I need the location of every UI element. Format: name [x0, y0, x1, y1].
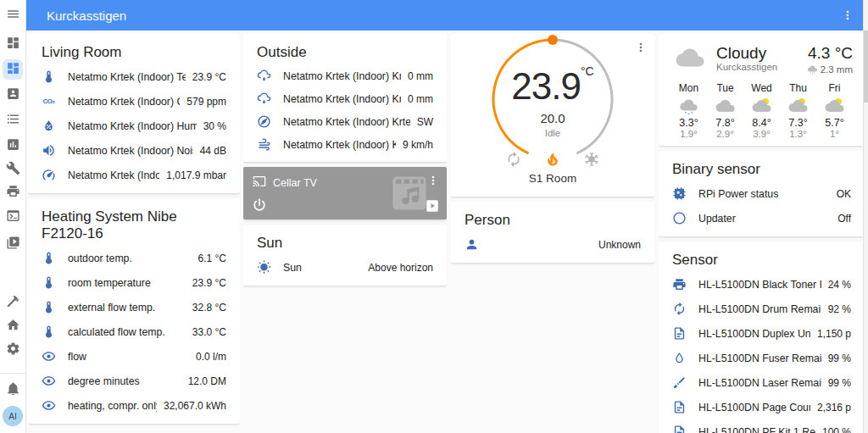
- entity-row[interactable]: Netatmo Krtek (Indoor) Krtek windmeter D…: [243, 110, 447, 133]
- weather-rainy-icon: [257, 92, 271, 106]
- entity-row[interactable]: Netatmo Krtek (Indoor) Krtek windmete...…: [243, 133, 447, 156]
- sun-card: Sun SunAbove horizon: [243, 225, 447, 286]
- overflow-menu-icon[interactable]: [841, 8, 854, 22]
- entity-row[interactable]: Netatmo Krtek (Indoor) Krtek rainmeter R…: [243, 87, 447, 110]
- entity-row[interactable]: flow0.0 l/m: [28, 344, 240, 369]
- thermometer-icon: [42, 275, 56, 290]
- entity-row[interactable]: Netatmo Krtek (Indoor) Krtek rainmeter R…: [243, 64, 447, 87]
- entity-row[interactable]: Netatmo Krtek (Indoor) Noise44 dB: [28, 138, 240, 163]
- entity-row[interactable]: degree minutes12.0 DM: [28, 369, 240, 393]
- entity-value: 1,150 p: [817, 328, 851, 340]
- hvac-modes: [451, 151, 654, 168]
- entity-row[interactable]: UpdaterOff: [659, 206, 863, 230]
- cast-icon: [253, 175, 266, 191]
- sidebar-item-terminal[interactable]: [3, 207, 23, 227]
- entity-name: heating, compr. only.: [68, 400, 157, 412]
- circle-outline-icon: [672, 211, 687, 225]
- entity-name: Sun: [283, 262, 361, 274]
- entity-value: Unknown: [598, 239, 641, 251]
- sidebar-item-media[interactable]: [3, 234, 23, 254]
- entity-row[interactable]: HL-L5100DN Laser Remaining Life99 %: [659, 370, 863, 395]
- sidebar-item-printer[interactable]: [3, 182, 23, 203]
- thermometer-icon: [42, 69, 56, 84]
- entity-row[interactable]: HL-L5100DN Black Toner Remaining24 %: [659, 272, 863, 297]
- entity-row[interactable]: calculated flow temp.33.0 °C: [28, 319, 240, 344]
- binary-sensor-card: Binary sensor RPi Power statusOKUpdaterO…: [659, 151, 863, 236]
- gauge-icon: [42, 168, 56, 182]
- sidebar-item-wrench[interactable]: [3, 159, 23, 180]
- entity-row[interactable]: outdoor temp.6.1 °C: [28, 246, 240, 270]
- entity-value: Above horizon: [368, 262, 433, 274]
- entity-value: 32,067.0 kWh: [164, 400, 226, 412]
- temperature-unit: °C: [581, 64, 594, 78]
- sidebar-item-configuration[interactable]: [3, 340, 23, 360]
- cool-mode-icon[interactable]: [583, 151, 600, 168]
- compass-icon: [257, 114, 271, 129]
- scrollbar-thumb[interactable]: [864, 31, 868, 103]
- entity-row[interactable]: HL-L5100DN Page Counter2,316 p: [659, 395, 863, 419]
- user-avatar[interactable]: AI: [3, 406, 23, 426]
- entity-name: Netatmo Krtek (Indoor) Noise: [68, 145, 193, 157]
- entity-row[interactable]: Unknown: [451, 232, 654, 257]
- entity-name: HL-L5100DN Drum Remaining Life: [698, 303, 821, 315]
- card-title: Sun: [243, 225, 447, 255]
- entity-value: 44 dB: [200, 145, 226, 157]
- auto-mode-icon[interactable]: [505, 151, 522, 168]
- entity-row[interactable]: external flow temp.32.8 °C: [28, 295, 240, 319]
- thermostat-handle: [548, 35, 558, 45]
- sidebar-divider: [0, 373, 25, 374]
- weather-card[interactable]: Cloudy Kurckasstigen 4.3 °C 2.3 mm Mon3.…: [659, 34, 863, 146]
- forecast-day-label: Tue: [707, 82, 743, 94]
- forecast-high: 7.8°: [707, 117, 743, 129]
- menu-icon[interactable]: [3, 5, 23, 25]
- entity-row[interactable]: heating, compr. only.32,067.0 kWh: [28, 393, 240, 418]
- sidebar-item-person-badge[interactable]: [3, 85, 23, 105]
- entity-name: room temperature: [68, 277, 186, 289]
- entity-row[interactable]: HL-L5100DN PF Kit 1 Remaining Life100 %: [659, 419, 863, 433]
- sidebar-item-dashboard[interactable]: [3, 34, 23, 54]
- forecast-low: 2.9°: [707, 129, 743, 139]
- forecast-partly-icon: [787, 96, 809, 116]
- entity-name: Netatmo Krtek (Indoor) CO2: [68, 96, 180, 108]
- entity-name: Netatmo Krtek (Indoor) Humidity: [68, 120, 197, 132]
- sensor-card: Sensor HL-L5100DN Black Toner Remaining2…: [659, 241, 863, 433]
- scrollbar[interactable]: [863, 0, 868, 433]
- sidebar-item-supervisor[interactable]: [3, 316, 23, 336]
- entity-name: outdoor temp.: [68, 253, 192, 264]
- entity-name: Netatmo Krtek (Indoor) Krtek rainmeter R…: [283, 93, 401, 105]
- living-room-card: Living Room Netatmo Krtek (Indoor) Tempe…: [28, 34, 240, 193]
- molecule-co2-icon: CO₂: [42, 94, 56, 108]
- notifications-bell-icon[interactable]: [3, 380, 23, 400]
- entity-row[interactable]: HL-L5100DN Duplex Unit Pages Counter1,15…: [659, 321, 863, 346]
- entity-row[interactable]: HL-L5100DN Drum Remaining Life92 %: [659, 297, 863, 321]
- sidebar-item-history-chart[interactable]: [3, 136, 23, 156]
- entity-value: 0.0 l/m: [196, 351, 226, 363]
- entity-row[interactable]: SunAbove horizon: [243, 255, 447, 280]
- forecast-day-label: Fri: [816, 82, 853, 94]
- entity-row[interactable]: room temperature23.9 °C: [28, 270, 240, 295]
- forecast-day: Tue7.8°2.9°: [707, 82, 743, 139]
- thermometer-icon: [42, 325, 56, 339]
- forecast-high: 8.4°: [743, 117, 780, 129]
- entity-row[interactable]: RPi Power statusOK: [659, 181, 863, 206]
- entity-name: Netatmo Krtek (Indoor) Krtek windmeter D…: [283, 116, 410, 128]
- entity-value: 92 %: [828, 303, 851, 315]
- entity-value: 23.9 °C: [192, 71, 226, 83]
- eye-icon: [42, 398, 56, 413]
- entity-row[interactable]: CO₂Netatmo Krtek (Indoor) CO2579 ppm: [28, 89, 240, 114]
- media-player-name: Cellar TV: [273, 177, 317, 189]
- entity-value: 12.0 DM: [188, 375, 226, 387]
- entity-row[interactable]: Netatmo Krtek (Indoor) Temperature23.9 °…: [28, 64, 240, 89]
- entity-row[interactable]: HL-L5100DN Fuser Remaining Life99 %: [659, 346, 863, 370]
- entity-name: RPi Power status: [698, 188, 830, 200]
- entity-row[interactable]: Netatmo Krtek (Indoor) Humidity30 %: [28, 114, 240, 138]
- precipitation-icon: [807, 64, 818, 75]
- sidebar-item-logbook-list[interactable]: [3, 110, 23, 130]
- entity-row[interactable]: Netatmo Krtek (Indoor) Pressure1,017.9 m…: [28, 163, 240, 187]
- heat-mode-icon[interactable]: [544, 151, 561, 168]
- sidebar-item-developer-tools[interactable]: [3, 292, 23, 313]
- entity-name: Netatmo Krtek (Indoor) Temperature: [68, 71, 186, 83]
- power-button[interactable]: [251, 197, 268, 214]
- column-4: Cloudy Kurckasstigen 4.3 °C 2.3 mm Mon3.…: [659, 34, 863, 433]
- sidebar-item-dashboard-selected[interactable]: [3, 59, 23, 80]
